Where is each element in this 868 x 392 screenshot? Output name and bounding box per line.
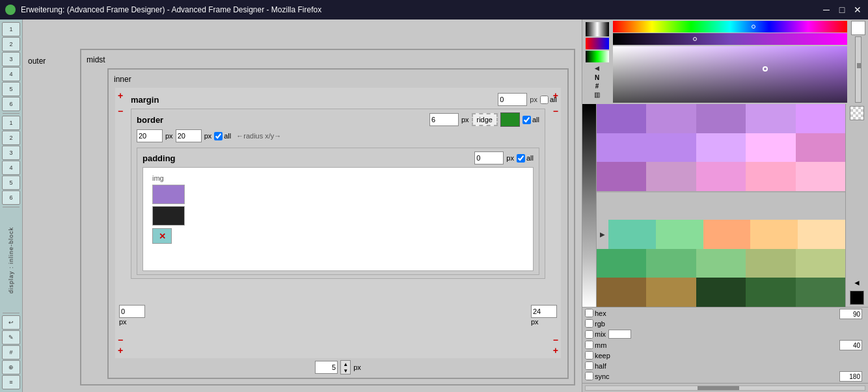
palette-arrow-btn[interactable]: ▶	[597, 220, 608, 249]
toolbar-btn-8[interactable]: 2	[2, 131, 20, 145]
left-value-input[interactable]	[119, 305, 145, 318]
close-button[interactable]: ✕	[852, 5, 863, 15]
toolbar-btn-10[interactable]: 4	[2, 161, 20, 175]
toolbar-btn-11[interactable]: 5	[2, 176, 20, 190]
swatch-gr5[interactable]	[796, 249, 845, 278]
swatch-gr4[interactable]	[746, 249, 795, 278]
toolbar-btn-5[interactable]: 5	[2, 82, 20, 96]
margin-all-check[interactable]	[540, 96, 549, 104]
mix-checkbox[interactable]	[585, 330, 593, 339]
swatch-purple3[interactable]	[696, 104, 746, 133]
margin-plus-tr[interactable]: +	[553, 90, 558, 101]
swatch-g4[interactable]	[750, 220, 798, 249]
swatch-g3[interactable]	[703, 220, 751, 249]
swatch-dg4[interactable]	[746, 278, 795, 307]
toolbar-btn-4[interactable]: 4	[2, 67, 20, 81]
mm-checkbox[interactable]	[585, 341, 593, 349]
margin-plus-br[interactable]: +	[553, 345, 558, 356]
swatch-purple4[interactable]	[746, 104, 795, 133]
right-value-input[interactable]	[531, 305, 557, 318]
toolbar-btn-1[interactable]: 1	[2, 22, 20, 36]
toolbar-btn-12[interactable]: 6	[2, 190, 20, 205]
mix-input[interactable]	[608, 330, 631, 339]
tool-btn-d[interactable]: ≡	[2, 375, 20, 389]
rgb-checkbox[interactable]	[585, 319, 593, 328]
swatch-g2[interactable]	[656, 220, 703, 249]
brightness-strip[interactable]	[613, 33, 847, 45]
border-value-input[interactable]	[429, 113, 459, 126]
toolbar-btn-6[interactable]: 6	[2, 97, 20, 111]
margin-minus-br[interactable]: −	[553, 335, 558, 345]
tool-btn-b[interactable]: #	[2, 345, 20, 359]
margin-minus-r[interactable]: −	[553, 106, 558, 116]
swatch-m5[interactable]	[796, 162, 845, 191]
swatch-lp3[interactable]	[746, 133, 795, 163]
swatch-dg3[interactable]	[696, 278, 746, 307]
swatch-lp4[interactable]	[796, 133, 845, 163]
color-extra-btn[interactable]: ▥	[594, 91, 600, 98]
swatch-gr2[interactable]	[646, 249, 696, 278]
swatch-lp1[interactable]	[597, 133, 696, 163]
swatch-g5[interactable]	[798, 220, 845, 249]
border-style-button[interactable]: ridge	[472, 113, 498, 126]
padding-all-check[interactable]	[517, 154, 525, 163]
margin-value-input[interactable]	[498, 93, 527, 106]
swatch-gr1[interactable]	[597, 249, 646, 278]
color-N-btn[interactable]: N	[595, 74, 599, 81]
num-input-180[interactable]	[839, 371, 862, 382]
swatch-dg1[interactable]	[597, 278, 646, 307]
toolbar-btn-2[interactable]: 2	[2, 37, 20, 51]
white-swatch[interactable]	[851, 21, 865, 35]
margin-plus-tl[interactable]: +	[118, 90, 123, 101]
toolbar-btn-3[interactable]: 3	[2, 52, 20, 66]
swatch-m2[interactable]	[646, 162, 696, 191]
tool-btn-a[interactable]: ✎	[2, 330, 20, 345]
padding-all-checkbox[interactable]: all	[517, 154, 534, 163]
undo-button[interactable]: ↩	[2, 315, 20, 330]
half-checkbox[interactable]	[585, 361, 593, 370]
swatch-purple5[interactable]	[796, 104, 845, 133]
toolbar-btn-9[interactable]: 3	[2, 146, 20, 160]
scrollbar-track[interactable]	[585, 385, 865, 391]
sync-checkbox[interactable]	[585, 372, 593, 380]
swatch-gr3[interactable]	[696, 249, 746, 278]
radius-all-check[interactable]	[214, 132, 223, 140]
swatch-m3[interactable]	[696, 162, 746, 191]
margin-minus-l[interactable]: −	[118, 106, 123, 116]
spinner-down[interactable]: ▼	[341, 367, 350, 374]
swatch-purple2[interactable]	[646, 104, 696, 133]
black-swatch[interactable]	[850, 291, 864, 305]
tool-btn-c[interactable]: ⊕	[2, 360, 20, 374]
swatch-dg5[interactable]	[796, 278, 845, 307]
spinner-up[interactable]: ▲	[341, 361, 350, 367]
bottom-value-input[interactable]	[315, 361, 338, 374]
scroll-left-btn[interactable]: ◄	[847, 278, 867, 287]
border-all-check[interactable]	[522, 116, 531, 124]
swatch-lp2[interactable]	[696, 133, 746, 163]
radius-x-input[interactable]	[137, 129, 163, 142]
radius-y-input[interactable]	[176, 129, 202, 142]
border-color-swatch[interactable]	[500, 112, 520, 127]
large-gradient-picker[interactable]	[613, 46, 847, 103]
minimize-button[interactable]: ─	[821, 5, 832, 15]
color-arrow-btn[interactable]: ◄	[593, 64, 601, 73]
toolbar-btn-7[interactable]: 1	[2, 116, 20, 130]
color-scrollbar[interactable]	[855, 36, 861, 103]
num-input-90[interactable]	[839, 309, 862, 319]
window-controls[interactable]: ─ □ ✕	[821, 5, 863, 15]
margin-plus-bl[interactable]: +	[118, 345, 123, 356]
swatch-purple1[interactable]	[597, 104, 646, 133]
transparency-swatch[interactable]	[850, 106, 864, 120]
swatch-m1[interactable]	[597, 162, 646, 191]
radius-all-checkbox[interactable]: all	[214, 132, 231, 140]
maximize-button[interactable]: □	[837, 5, 847, 15]
keep-checkbox[interactable]	[585, 351, 593, 359]
hex-checkbox[interactable]	[585, 309, 593, 317]
margin-minus-bl[interactable]: −	[118, 335, 123, 345]
swatch-dg2[interactable]	[646, 278, 696, 307]
img-delete-button[interactable]: ✕	[152, 228, 172, 244]
border-all-checkbox[interactable]: all	[522, 116, 539, 124]
swatch-m4[interactable]	[746, 162, 795, 191]
hue-strip[interactable]	[613, 21, 847, 33]
num-input-40[interactable]	[839, 340, 862, 350]
